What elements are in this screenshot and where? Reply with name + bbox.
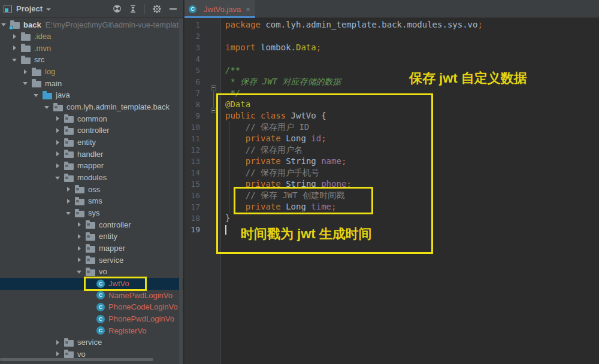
chevron-collapsed-icon[interactable] xyxy=(55,116,62,122)
code-line-6[interactable]: * 保存 JWT 对应存储的数据 xyxy=(225,76,597,87)
chevron-collapsed-icon[interactable] xyxy=(23,69,29,75)
hide-panel-icon[interactable] xyxy=(169,5,177,13)
tree-item-service[interactable]: service xyxy=(0,336,183,348)
tree-item-sys[interactable]: sys xyxy=(0,207,183,219)
chevron-collapsed-icon[interactable] xyxy=(55,139,62,145)
chevron-collapsed-icon[interactable] xyxy=(12,45,19,51)
chevron-collapsed-icon[interactable] xyxy=(55,163,62,169)
code-line-13[interactable]: private String name; xyxy=(225,156,597,167)
chevron-collapsed-icon[interactable] xyxy=(55,151,62,157)
chevron-collapsed-icon[interactable] xyxy=(55,128,62,134)
tree-item-label: oss xyxy=(88,185,100,194)
token-plain xyxy=(225,156,246,166)
tree-item-sms[interactable]: sms xyxy=(0,195,183,207)
code-line-10[interactable]: // 保存用户 ID xyxy=(225,122,597,133)
code-lines[interactable]: package com.lyh.admin_template.back.modu… xyxy=(225,19,597,235)
chevron-expanded-icon[interactable] xyxy=(55,175,62,181)
tree-indent xyxy=(87,327,94,333)
chevron-expanded-icon[interactable] xyxy=(12,57,19,63)
tree-item-log[interactable]: log xyxy=(0,66,183,78)
code-line-19[interactable] xyxy=(225,224,597,235)
tree-indent xyxy=(87,292,94,298)
tree-item-vo[interactable]: vo xyxy=(0,266,183,278)
project-panel-title[interactable]: Project xyxy=(16,4,43,13)
code-line-16[interactable]: // 保存 JWT 创建时间戳 xyxy=(225,190,597,201)
chevron-expanded-icon[interactable] xyxy=(23,80,29,86)
token-plain: JwtVo { xyxy=(286,111,326,120)
chevron-expanded-icon[interactable] xyxy=(34,92,40,98)
tree-item-entity[interactable]: entity xyxy=(0,230,183,242)
tree-item-mapper[interactable]: mapper xyxy=(0,160,183,172)
chevron-expanded-icon[interactable] xyxy=(1,22,8,28)
code-line-17[interactable]: private Long time; xyxy=(225,201,597,213)
fold-marker-comment-end[interactable] xyxy=(211,108,216,113)
line-number: 9 xyxy=(184,110,200,122)
code-line-15[interactable]: private String phone; xyxy=(225,178,597,190)
chevron-collapsed-icon[interactable] xyxy=(55,339,62,345)
code-line-5[interactable]: /** xyxy=(225,65,597,76)
code-line-4[interactable] xyxy=(225,53,597,65)
tree-item-handler[interactable]: handler xyxy=(0,148,183,160)
tree-horizontal-scrollbar[interactable] xyxy=(0,358,153,361)
tree-vertical-scrollbar[interactable] xyxy=(179,19,183,364)
package-icon xyxy=(64,151,74,158)
tree-item-entity[interactable]: entity xyxy=(0,136,183,148)
tree-item-service[interactable]: service xyxy=(0,254,183,266)
line-number: 5 xyxy=(184,65,200,76)
tab-close-icon[interactable]: × xyxy=(246,5,250,13)
chevron-expanded-icon[interactable] xyxy=(44,104,51,110)
tree-item-main[interactable]: main xyxy=(0,77,183,89)
chevron-collapsed-icon[interactable] xyxy=(66,186,72,192)
code-line-18[interactable]: } xyxy=(225,213,597,224)
tree-item-controller[interactable]: controller xyxy=(0,125,183,136)
chevron-collapsed-icon[interactable] xyxy=(77,257,83,263)
tree-item-phonepwdloginvo[interactable]: CPhonePwdLoginVo xyxy=(0,313,183,325)
tree-item-common[interactable]: common xyxy=(0,113,183,125)
code-line-11[interactable]: private Long id; xyxy=(225,133,597,144)
code-line-2[interactable] xyxy=(225,31,597,42)
code-line-3[interactable]: import lombok.Data; xyxy=(225,42,597,53)
tree-item-java[interactable]: java xyxy=(0,89,183,101)
chevron-collapsed-icon[interactable] xyxy=(77,233,83,239)
tree-item-mapper[interactable]: mapper xyxy=(0,242,183,254)
settings-gear-icon[interactable] xyxy=(152,4,162,14)
package-icon xyxy=(64,175,74,182)
tree-item--idea[interactable]: .idea xyxy=(0,31,183,43)
code-line-1[interactable]: package com.lyh.admin_template.back.modu… xyxy=(225,19,597,31)
code-line-9[interactable]: public class JwtVo { xyxy=(225,110,597,122)
chevron-collapsed-icon[interactable] xyxy=(77,222,83,228)
tree-item-namepwdloginvo[interactable]: CNamePwdLoginVo xyxy=(0,289,183,301)
tree-item-src[interactable]: src xyxy=(0,54,183,66)
package-icon xyxy=(75,199,84,205)
tree-item-phonecodeloginvo[interactable]: CPhoneCodeLoginVo xyxy=(0,301,183,313)
tree-item-jwtvo[interactable]: CJwtVo xyxy=(0,278,183,290)
locate-icon[interactable] xyxy=(113,4,122,13)
code-line-14[interactable]: // 保存用户手机号 xyxy=(225,167,597,178)
tree-item-registervo[interactable]: CRegisterVo xyxy=(0,324,183,336)
code-line-7[interactable]: */ xyxy=(225,87,597,99)
chevron-collapsed-icon[interactable] xyxy=(55,351,62,357)
chevron-down-icon[interactable] xyxy=(46,8,51,11)
chevron-collapsed-icon[interactable] xyxy=(66,198,72,204)
tree-item-controller[interactable]: controller xyxy=(0,219,183,230)
chevron-expanded-icon[interactable] xyxy=(77,269,83,275)
tree-item-com-lyh-admin-template-back[interactable]: com.lyh.admin_template.back xyxy=(0,101,183,113)
tree-item-modules[interactable]: modules xyxy=(0,172,183,184)
token-plain: } xyxy=(225,213,230,223)
package-icon xyxy=(86,222,95,229)
code-line-8[interactable]: @Data xyxy=(225,99,597,110)
token-kw: public class xyxy=(225,111,286,120)
chevron-expanded-icon[interactable] xyxy=(66,210,72,216)
tree-item-back[interactable]: backE:\myProject\myGit\admin-vue-templat… xyxy=(0,19,183,31)
chevron-collapsed-icon[interactable] xyxy=(12,34,19,40)
chevron-collapsed-icon[interactable] xyxy=(77,245,83,251)
tree-item-label: sys xyxy=(88,208,100,217)
tree-item-oss[interactable]: oss xyxy=(0,183,183,195)
tab-jwtvo-java[interactable]: C JwtVo.java × xyxy=(184,0,255,18)
code-editor[interactable]: 12345678910111213141516171819 package co… xyxy=(184,18,599,364)
tree-item-label: handler xyxy=(77,150,103,159)
code-line-12[interactable]: // 保存用户名 xyxy=(225,144,597,156)
collapse-all-icon[interactable] xyxy=(129,4,137,13)
fold-marker-comment-start[interactable] xyxy=(211,85,216,90)
tree-item--mvn[interactable]: .mvn xyxy=(0,42,183,54)
